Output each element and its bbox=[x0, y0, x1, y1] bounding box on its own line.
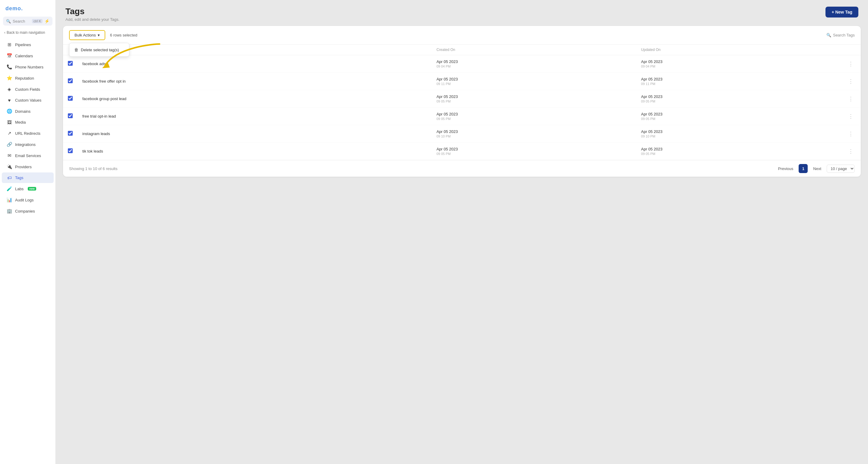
bulk-actions-wrapper: Bulk Actions ▾ 🗑 Delete selected tag(s) bbox=[69, 30, 105, 40]
sidebar-item-custom-fields[interactable]: ◈ Custom Fields bbox=[2, 84, 54, 95]
search-bar[interactable]: 🔍 Search ctrl K ⚡ bbox=[3, 16, 53, 26]
table-toolbar: Bulk Actions ▾ 🗑 Delete selected tag(s) … bbox=[63, 26, 861, 45]
sidebar-item-domains[interactable]: 🌐 Domains bbox=[2, 106, 54, 117]
table-container: Bulk Actions ▾ 🗑 Delete selected tag(s) … bbox=[63, 26, 861, 177]
table-row: facebook free offer opt in Apr 05 2023 0… bbox=[63, 73, 861, 90]
url-redirects-icon: ↗ bbox=[7, 131, 12, 136]
companies-icon: 🏢 bbox=[7, 208, 12, 214]
search-tags-label: Search Tags bbox=[833, 33, 855, 37]
row-more-actions-button[interactable]: ⋮ bbox=[846, 95, 856, 102]
new-tag-button[interactable]: + New Tag bbox=[826, 7, 858, 18]
row-checkbox-cell[interactable] bbox=[63, 55, 78, 73]
lightning-icon: ⚡ bbox=[44, 19, 50, 24]
row-checkbox[interactable] bbox=[68, 96, 73, 101]
row-checkbox-cell[interactable] bbox=[63, 143, 78, 160]
providers-icon: 🔌 bbox=[7, 164, 12, 169]
row-checkbox[interactable] bbox=[68, 148, 73, 153]
updated-on-cell: Apr 05 2023 09 10 PM bbox=[637, 125, 841, 143]
tag-name: facebook group post lead bbox=[78, 90, 432, 108]
page-title: Tags bbox=[65, 7, 119, 16]
row-action-cell: ⋮ bbox=[841, 108, 861, 125]
row-checkbox-cell[interactable] bbox=[63, 125, 78, 143]
search-label: Search bbox=[13, 19, 30, 24]
sidebar-item-pipelines[interactable]: ⊞ Pipelines bbox=[2, 39, 54, 50]
bulk-actions-button[interactable]: Bulk Actions ▾ bbox=[69, 30, 105, 40]
sidebar-item-calendars[interactable]: 📅 Calendars bbox=[2, 51, 54, 61]
per-page-select[interactable]: 10 / page 25 / page 50 / page bbox=[827, 165, 855, 173]
pipelines-icon: ⊞ bbox=[7, 42, 12, 47]
row-action-cell: ⋮ bbox=[841, 143, 861, 160]
sidebar-item-companies[interactable]: 🏢 Companies bbox=[2, 206, 54, 217]
page-header: Tags Add, edit and delete your Tags. + N… bbox=[56, 0, 868, 26]
tag-name: free trial opt-in lead bbox=[78, 108, 432, 125]
row-checkbox[interactable] bbox=[68, 131, 73, 136]
updated-on-cell: Apr 05 2023 09 04 PM bbox=[637, 55, 841, 73]
created-on-cell: Apr 05 2023 09 05 PM bbox=[432, 143, 636, 160]
media-icon: 🖼 bbox=[7, 120, 12, 125]
domains-icon: 🌐 bbox=[7, 108, 12, 114]
pagination: Previous 1 Next 10 / page 25 / page 50 /… bbox=[775, 164, 855, 173]
table-body: facebook ads Apr 05 2023 09 04 PM Apr 05… bbox=[63, 55, 861, 160]
page-header-left: Tags Add, edit and delete your Tags. bbox=[65, 7, 119, 22]
created-on-cell: Apr 05 2023 09 05 PM bbox=[432, 90, 636, 108]
search-icon: 🔍 bbox=[6, 19, 11, 24]
row-checkbox-cell[interactable] bbox=[63, 73, 78, 90]
page-subtitle: Add, edit and delete your Tags. bbox=[65, 17, 119, 22]
email-services-icon: ✉ bbox=[7, 153, 12, 158]
audit-logs-icon: 📊 bbox=[7, 197, 12, 203]
sidebar-item-media[interactable]: 🖼 Media bbox=[2, 117, 54, 128]
row-checkbox[interactable] bbox=[68, 61, 73, 66]
table-row: free trial opt-in lead Apr 05 2023 09 05… bbox=[63, 108, 861, 125]
updated-on-cell: Apr 05 2023 09 05 PM bbox=[637, 143, 841, 160]
tags-icon: 🏷 bbox=[7, 175, 12, 180]
sidebar-item-phone-numbers[interactable]: 📞 Phone Numbers bbox=[2, 62, 54, 72]
sidebar-nav: ⊞ Pipelines 📅 Calendars 📞 Phone Numbers … bbox=[0, 38, 56, 464]
header-actions bbox=[841, 45, 861, 55]
updated-on-cell: Apr 05 2023 09 11 PM bbox=[637, 73, 841, 90]
tag-name: instagram leads bbox=[78, 125, 432, 143]
phone-icon: 📞 bbox=[7, 64, 12, 70]
row-checkbox[interactable] bbox=[68, 113, 73, 118]
table-footer: Showing 1 to 10 of 6 results Previous 1 … bbox=[63, 160, 861, 177]
header-updated-on: Updated On bbox=[637, 45, 841, 55]
rows-selected-label: 6 rows selected bbox=[110, 33, 137, 37]
delete-selected-tags-item[interactable]: 🗑 Delete selected tag(s) bbox=[69, 44, 129, 55]
sidebar-item-tags[interactable]: 🏷 Tags bbox=[2, 172, 54, 183]
reputation-icon: ⭐ bbox=[7, 75, 12, 81]
row-more-actions-button[interactable]: ⋮ bbox=[846, 130, 856, 137]
sidebar-item-url-redirects[interactable]: ↗ URL Redirects bbox=[2, 128, 54, 139]
row-checkbox[interactable] bbox=[68, 78, 73, 83]
sidebar-item-labs[interactable]: 🧪 Labs new bbox=[2, 183, 54, 194]
row-more-actions-button[interactable]: ⋮ bbox=[846, 78, 856, 85]
updated-on-cell: Apr 05 2023 09 05 PM bbox=[637, 90, 841, 108]
sidebar-item-email-services[interactable]: ✉ Email Services bbox=[2, 150, 54, 161]
sidebar-item-integrations[interactable]: 🔗 Integrations bbox=[2, 139, 54, 150]
next-button[interactable]: Next bbox=[810, 165, 824, 172]
back-to-main-nav[interactable]: ‹ Back to main navigation bbox=[0, 29, 56, 38]
header-name bbox=[78, 45, 432, 55]
table-header: Created On Updated On bbox=[63, 45, 861, 55]
results-info: Showing 1 to 10 of 6 results bbox=[69, 166, 775, 171]
labs-new-badge: new bbox=[28, 187, 36, 191]
table-row: facebook group post lead Apr 05 2023 09 … bbox=[63, 90, 861, 108]
sidebar-item-audit-logs[interactable]: 📊 Audit Logs bbox=[2, 195, 54, 205]
row-more-actions-button[interactable]: ⋮ bbox=[846, 148, 856, 155]
main-content: Tags Add, edit and delete your Tags. + N… bbox=[56, 0, 868, 464]
row-checkbox-cell[interactable] bbox=[63, 90, 78, 108]
previous-button[interactable]: Previous bbox=[775, 165, 797, 172]
current-page-number[interactable]: 1 bbox=[799, 164, 808, 173]
row-more-actions-button[interactable]: ⋮ bbox=[846, 60, 856, 68]
calendars-icon: 📅 bbox=[7, 53, 12, 59]
search-tags-area[interactable]: 🔍 Search Tags bbox=[826, 33, 855, 37]
custom-fields-icon: ◈ bbox=[7, 87, 12, 92]
tag-name: tik tok leads bbox=[78, 143, 432, 160]
app-logo: demo. bbox=[0, 0, 56, 15]
row-more-actions-button[interactable]: ⋮ bbox=[846, 113, 856, 120]
row-checkbox-cell[interactable] bbox=[63, 108, 78, 125]
sidebar-item-custom-values[interactable]: ♥ Custom Values bbox=[2, 95, 54, 105]
table-row: facebook ads Apr 05 2023 09 04 PM Apr 05… bbox=[63, 55, 861, 73]
sidebar-item-reputation[interactable]: ⭐ Reputation bbox=[2, 73, 54, 84]
row-action-cell: ⋮ bbox=[841, 125, 861, 143]
integrations-icon: 🔗 bbox=[7, 142, 12, 147]
sidebar-item-providers[interactable]: 🔌 Providers bbox=[2, 161, 54, 172]
